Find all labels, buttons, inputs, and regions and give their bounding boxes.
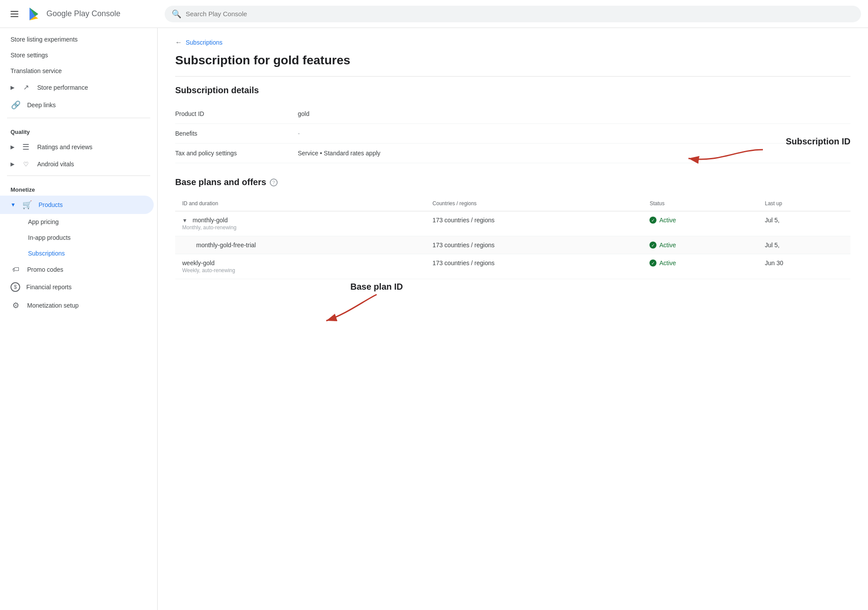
details-table: Product ID gold Benefits - Tax and polic…	[175, 104, 850, 163]
sidebar-label-ratings: Ratings and reviews	[37, 144, 147, 151]
detail-row-benefits: Benefits -	[175, 124, 850, 144]
search-bar[interactable]: 🔍	[165, 6, 861, 22]
table-row[interactable]: weekly-gold Weekly, auto-renewing 173 co…	[175, 254, 850, 279]
detail-value-benefits: -	[298, 130, 300, 137]
sidebar-label-deep-links: Deep links	[27, 102, 147, 109]
divider-1	[7, 118, 150, 118]
back-arrow-icon: ←	[175, 39, 182, 46]
detail-value-tax: Service • Standard rates apply	[298, 150, 381, 157]
sidebar-item-subscriptions[interactable]: Subscriptions	[0, 245, 154, 261]
plan-id-label: monthly-gold-free-trial	[196, 242, 256, 249]
status-label: Active	[659, 259, 676, 266]
detail-label-product-id: Product ID	[175, 110, 298, 117]
sidebar-label-promo: Promo codes	[27, 266, 147, 273]
sidebar-label-products: Products	[39, 201, 147, 208]
expand-arrow-icon: ▶	[11, 84, 14, 91]
status-check-icon: ✓	[649, 217, 656, 224]
base-plans-title: Base plans and offers	[175, 177, 266, 187]
breadcrumb[interactable]: ← Subscriptions	[175, 39, 850, 46]
sidebar-item-financial-reports[interactable]: $ Financial reports	[0, 278, 154, 296]
ratings-icon: ☰	[21, 142, 31, 152]
hamburger-button[interactable]	[7, 7, 22, 21]
plan-status-cell: ✓ Active	[642, 254, 758, 279]
status-active-badge: ✓ Active	[649, 217, 751, 224]
sidebar-label-android-vitals: Android vitals	[37, 161, 147, 168]
plan-countries-cell: 173 countries / regions	[426, 236, 643, 254]
google-play-logo-icon	[27, 6, 43, 22]
vitals-icon: ♡	[21, 161, 31, 168]
sidebar-item-android-vitals[interactable]: ▶ ♡ Android vitals	[0, 156, 154, 172]
divider-2	[7, 175, 150, 176]
plan-sub-label: Weekly, auto-renewing	[182, 267, 419, 273]
sidebar-item-app-pricing[interactable]: App pricing	[0, 214, 154, 230]
expand-arrow-active-icon: ▼	[11, 202, 16, 208]
sidebar-label-financial: Financial reports	[26, 284, 147, 291]
breadcrumb-label: Subscriptions	[186, 39, 222, 46]
topbar: Google Play Console 🔍	[0, 0, 868, 28]
base-plan-id-arrow	[320, 292, 390, 327]
topbar-left: Google Play Console	[7, 6, 165, 22]
plan-countries-cell: 173 countries / regions	[426, 211, 643, 236]
main-layout: Store listing experiments Store settings…	[0, 28, 868, 610]
plan-status-cell: ✓ Active	[642, 211, 758, 236]
plan-countries-cell: 173 countries / regions	[426, 254, 643, 279]
status-check-icon: ✓	[649, 242, 656, 249]
table-row-sub: monthly-gold-free-trial 173 countries / …	[175, 236, 850, 254]
status-label: Active	[659, 242, 676, 249]
sidebar-label-store-performance: Store performance	[37, 84, 147, 91]
search-input[interactable]	[186, 10, 854, 18]
plan-id-cell: ▼ monthly-gold Monthly, auto-renewing	[175, 211, 426, 236]
detail-label-benefits: Benefits	[175, 130, 298, 137]
sidebar-item-in-app-products[interactable]: In-app products	[0, 230, 154, 245]
trend-icon: ↗	[21, 83, 31, 91]
table-row[interactable]: ▼ monthly-gold Monthly, auto-renewing 17…	[175, 211, 850, 236]
sidebar-item-ratings-reviews[interactable]: ▶ ☰ Ratings and reviews	[0, 138, 154, 156]
plan-id-label: weekly-gold	[182, 259, 215, 266]
base-plan-id-annotation: Base plan ID	[324, 282, 403, 292]
status-active-badge: ✓ Active	[649, 259, 751, 266]
search-icon: 🔍	[172, 9, 181, 19]
plan-sub-label: Monthly, auto-renewing	[182, 224, 419, 231]
sidebar: Store listing experiments Store settings…	[0, 28, 158, 610]
logo-area: Google Play Console	[27, 6, 120, 22]
sidebar-item-store-listing-experiments[interactable]: Store listing experiments	[0, 32, 154, 47]
detail-row-tax: Tax and policy settings Service • Standa…	[175, 144, 850, 163]
detail-row-product-id: Product ID gold	[175, 104, 850, 124]
monetize-header: Monetize	[0, 179, 157, 196]
sidebar-item-store-performance[interactable]: ▶ ↗ Store performance	[0, 79, 154, 96]
base-plans-header: Base plans and offers ?	[175, 177, 850, 187]
plan-updated-cell: Jul 5,	[758, 211, 850, 236]
deep-links-icon: 🔗	[11, 100, 21, 110]
plan-id-label: monthly-gold	[193, 217, 228, 224]
quality-header: Quality	[0, 122, 157, 138]
status-check-icon: ✓	[649, 259, 656, 266]
plan-id-cell: weekly-gold Weekly, auto-renewing	[175, 254, 426, 279]
sidebar-item-monetization-setup[interactable]: ⚙ Monetization setup	[0, 296, 154, 315]
subscription-details-title: Subscription details	[175, 85, 850, 95]
page-divider	[175, 76, 850, 77]
plan-status-cell: ✓ Active	[642, 236, 758, 254]
page-title: Subscription for gold features	[175, 53, 850, 67]
content-area: ← Subscriptions Subscription for gold fe…	[158, 28, 868, 610]
status-active-badge: ✓ Active	[649, 242, 751, 249]
sidebar-item-promo-codes[interactable]: 🏷 Promo codes	[0, 261, 154, 278]
app-title: Google Play Console	[46, 9, 120, 18]
status-label: Active	[659, 217, 676, 224]
sidebar-item-translation-service[interactable]: Translation service	[0, 63, 154, 79]
expand-arrow-icon: ▶	[11, 144, 14, 150]
help-icon[interactable]: ?	[270, 179, 278, 186]
sidebar-item-products[interactable]: ▼ 🛒 Products	[0, 196, 154, 214]
sidebar-item-store-settings[interactable]: Store settings	[0, 47, 154, 63]
sidebar-label-monetization-setup: Monetization setup	[27, 302, 147, 309]
col-header-status: Status	[642, 196, 758, 211]
col-header-countries: Countries / regions	[426, 196, 643, 211]
col-header-id: ID and duration	[175, 196, 426, 211]
finance-icon: $	[11, 282, 20, 292]
expand-arrow-icon: ▶	[11, 161, 14, 167]
row-expand-icon[interactable]: ▼	[182, 217, 187, 224]
detail-value-product-id: gold	[298, 110, 309, 117]
sidebar-item-deep-links[interactable]: 🔗 Deep links	[0, 96, 154, 114]
table-header-row: ID and duration Countries / regions Stat…	[175, 196, 850, 211]
plans-table: ID and duration Countries / regions Stat…	[175, 196, 850, 279]
cart-icon: 🛒	[22, 200, 32, 210]
